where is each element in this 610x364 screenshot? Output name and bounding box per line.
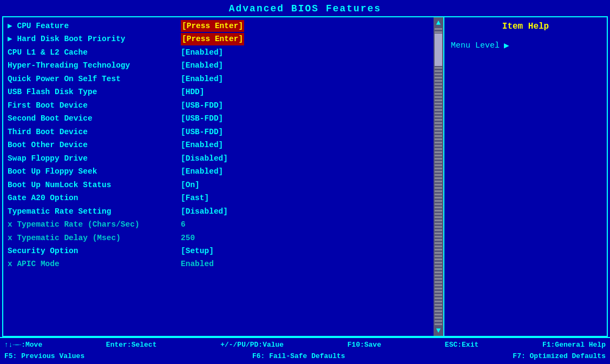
- bios-row-value-quick-power-on-self-test: [Enabled]: [181, 73, 223, 85]
- bios-row-gate-a20-option[interactable]: Gate A20 Option[Fast]: [3, 191, 443, 204]
- bios-row-value-typematic-rate-setting: [Disabled]: [181, 206, 228, 217]
- bios-row-value-boot-up-numlock-status: [On]: [181, 179, 200, 191]
- bios-row-security-option[interactable]: Security Option[Setup]: [3, 244, 443, 257]
- bios-row-value-hard-disk-boot-priority: [Press Enter]: [181, 33, 244, 45]
- f7-hint: F7: Optimized Defaults: [513, 351, 606, 362]
- bios-row-label-boot-other-device: Boot Other Device: [8, 139, 181, 151]
- bios-row-label-second-boot-device: Second Boot Device: [8, 112, 181, 124]
- bios-row-usb-flash-disk-type[interactable]: USB Flash Disk Type[HDD]: [3, 85, 443, 98]
- bios-row-label-typematic-delay-msec: x Typematic Delay (Msec): [8, 232, 181, 244]
- bios-row-label-boot-up-floppy-seek: Boot Up Floppy Seek: [8, 166, 181, 177]
- bios-row-typematic-delay-msec[interactable]: x Typematic Delay (Msec)250: [3, 231, 443, 244]
- page-title: Advanced BIOS Features: [0, 0, 610, 16]
- bottom-bar: ↑↓→←:MoveEnter:Select+/-/PU/PD:ValueF10:…: [0, 337, 610, 364]
- bios-row-typematic-rate-setting[interactable]: Typematic Rate Setting[Disabled]: [3, 205, 443, 218]
- bios-row-label-third-boot-device: Third Boot Device: [8, 126, 181, 138]
- bios-row-quick-power-on-self-test[interactable]: Quick Power On Self Test[Enabled]: [3, 72, 443, 85]
- f5-hint: F5: Previous Values: [4, 351, 84, 362]
- bios-row-value-usb-flash-disk-type: [HDD]: [181, 86, 205, 98]
- bios-row-value-typematic-rate-chars: 6: [181, 219, 186, 230]
- bios-row-value-cpu-l1-l2-cache: [Enabled]: [181, 47, 223, 58]
- item-help-title: Item Help: [451, 22, 600, 31]
- bios-row-label-first-boot-device: First Boot Device: [8, 100, 181, 111]
- bios-row-value-cpu-feature: [Press Enter]: [181, 20, 244, 32]
- bios-row-swap-floppy-drive[interactable]: Swap Floppy Drive[Disabled]: [3, 152, 443, 165]
- scroll-thumb: [435, 34, 442, 66]
- bios-row-hyper-threading[interactable]: Hyper-Threading Technology[Enabled]: [3, 59, 443, 72]
- right-panel: Item Help Menu Level ▶: [444, 17, 607, 336]
- bios-row-label-hard-disk-boot-priority: Hard Disk Boot Priority: [8, 33, 181, 45]
- bios-row-boot-up-floppy-seek[interactable]: Boot Up Floppy Seek[Enabled]: [3, 165, 443, 178]
- f6-hint: F6: Fail-Safe Defaults: [252, 351, 345, 362]
- bios-row-value-boot-up-floppy-seek: [Enabled]: [181, 166, 223, 177]
- menu-level-row: Menu Level ▶: [451, 40, 600, 51]
- bios-row-label-security-option: Security Option: [8, 245, 181, 257]
- bios-row-value-boot-other-device: [Enabled]: [181, 139, 223, 151]
- bios-row-label-boot-up-numlock-status: Boot Up NumLock Status: [8, 179, 181, 191]
- bios-row-value-apic-mode: Enabled: [181, 258, 214, 270]
- bios-row-label-cpu-l1-l2-cache: CPU L1 & L2 Cache: [8, 47, 181, 58]
- bios-row-value-typematic-delay-msec: 250: [181, 232, 195, 244]
- bios-row-cpu-l1-l2-cache[interactable]: CPU L1 & L2 Cache[Enabled]: [3, 46, 443, 59]
- move-hint: ↑↓→←:Move: [4, 340, 42, 351]
- bios-row-typematic-rate-chars[interactable]: x Typematic Rate (Chars/Sec)6: [3, 218, 443, 231]
- bios-row-label-hyper-threading: Hyper-Threading Technology: [8, 59, 181, 71]
- bios-row-label-gate-a20-option: Gate A20 Option: [8, 192, 181, 204]
- bios-row-value-security-option: [Setup]: [181, 245, 214, 257]
- bios-row-first-boot-device[interactable]: First Boot Device[USB-FDD]: [3, 99, 443, 112]
- bios-row-value-gate-a20-option: [Fast]: [181, 192, 209, 204]
- scroll-up-arrow[interactable]: ▲: [436, 17, 441, 28]
- bios-row-cpu-feature[interactable]: CPU Feature[Press Enter]: [3, 19, 443, 32]
- bios-row-label-cpu-feature: CPU Feature: [8, 20, 181, 32]
- main-area: CPU Feature[Press Enter]Hard Disk Boot P…: [2, 16, 608, 337]
- bios-screen: Advanced BIOS Features CPU Feature[Press…: [0, 0, 610, 364]
- bios-row-label-typematic-rate-chars: x Typematic Rate (Chars/Sec): [8, 219, 181, 230]
- bottom-row-1: ↑↓→←:MoveEnter:Select+/-/PU/PD:ValueF10:…: [4, 340, 606, 351]
- bios-row-value-second-boot-device: [USB-FDD]: [181, 112, 223, 124]
- scroll-down-arrow[interactable]: ▼: [436, 325, 441, 336]
- bios-row-label-usb-flash-disk-type: USB Flash Disk Type: [8, 86, 181, 98]
- value-hint: +/-/PU/PD:Value: [220, 340, 284, 351]
- bios-row-label-swap-floppy-drive: Swap Floppy Drive: [8, 153, 181, 164]
- esc-hint: ESC:Exit: [445, 340, 478, 351]
- bios-row-hard-disk-boot-priority[interactable]: Hard Disk Boot Priority[Press Enter]: [3, 32, 443, 45]
- scrollbar[interactable]: ▲ ▼: [434, 17, 443, 336]
- save-hint: F10:Save: [347, 340, 381, 351]
- bios-row-label-quick-power-on-self-test: Quick Power On Self Test: [8, 73, 181, 85]
- scroll-track: [435, 28, 442, 325]
- bottom-row-2: F5: Previous ValuesF6: Fail-Safe Default…: [4, 351, 606, 362]
- bios-row-third-boot-device[interactable]: Third Boot Device[USB-FDD]: [3, 125, 443, 138]
- bios-row-value-swap-floppy-drive: [Disabled]: [181, 153, 228, 164]
- bios-row-second-boot-device[interactable]: Second Boot Device[USB-FDD]: [3, 112, 443, 125]
- f1-hint: F1:General Help: [542, 340, 606, 351]
- bios-row-value-third-boot-device: [USB-FDD]: [181, 126, 223, 138]
- enter-hint: Enter:Select: [106, 340, 157, 351]
- bios-row-label-apic-mode: x APIC Mode: [8, 258, 181, 270]
- bios-list: CPU Feature[Press Enter]Hard Disk Boot P…: [3, 17, 443, 273]
- bios-row-boot-other-device[interactable]: Boot Other Device[Enabled]: [3, 138, 443, 151]
- bios-row-apic-mode[interactable]: x APIC ModeEnabled: [3, 257, 443, 270]
- bios-row-value-hyper-threading: [Enabled]: [181, 59, 223, 71]
- bios-row-label-typematic-rate-setting: Typematic Rate Setting: [8, 206, 181, 217]
- bios-row-value-first-boot-device: [USB-FDD]: [181, 100, 223, 111]
- bios-row-boot-up-numlock-status[interactable]: Boot Up NumLock Status[On]: [3, 178, 443, 191]
- menu-level-label: Menu Level: [451, 41, 500, 50]
- left-panel: CPU Feature[Press Enter]Hard Disk Boot P…: [3, 17, 444, 336]
- menu-level-arrow: ▶: [504, 40, 509, 51]
